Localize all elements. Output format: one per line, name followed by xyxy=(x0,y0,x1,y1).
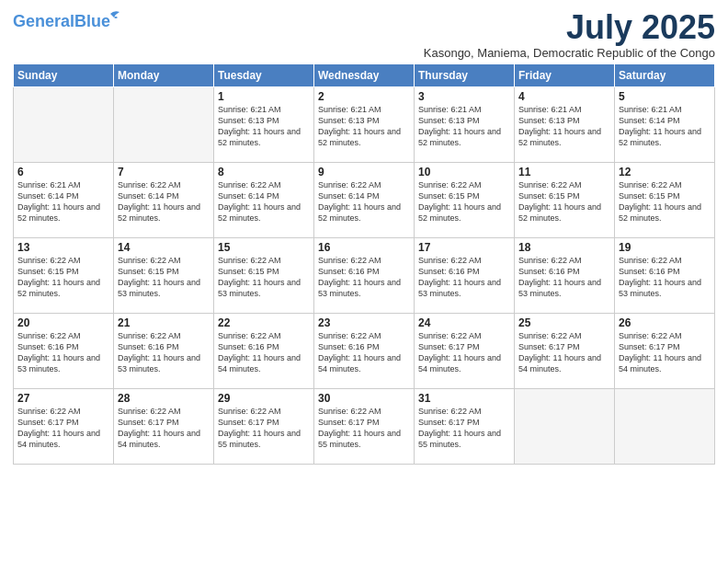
calendar-day-header: Sunday xyxy=(14,63,114,86)
day-info: Sunrise: 6:22 AM Sunset: 6:15 PM Dayligh… xyxy=(619,179,711,224)
calendar-day-cell xyxy=(14,86,114,162)
calendar-day-cell xyxy=(114,86,214,162)
day-info: Sunrise: 6:22 AM Sunset: 6:17 PM Dayligh… xyxy=(619,330,711,375)
day-info: Sunrise: 6:22 AM Sunset: 6:17 PM Dayligh… xyxy=(17,406,109,451)
day-number: 18 xyxy=(518,241,610,254)
location-subtitle: Kasongo, Maniema, Democratic Republic of… xyxy=(424,46,715,60)
day-number: 5 xyxy=(619,90,711,103)
calendar-day-cell: 3Sunrise: 6:21 AM Sunset: 6:13 PM Daylig… xyxy=(415,86,515,162)
logo: GeneralBlue xyxy=(13,13,121,29)
calendar-day-cell: 9Sunrise: 6:22 AM Sunset: 6:14 PM Daylig… xyxy=(314,162,415,237)
day-number: 26 xyxy=(619,316,711,329)
calendar-day-cell: 4Sunrise: 6:21 AM Sunset: 6:13 PM Daylig… xyxy=(515,86,615,162)
calendar-day-cell: 6Sunrise: 6:21 AM Sunset: 6:14 PM Daylig… xyxy=(14,162,114,237)
calendar-week-row: 6Sunrise: 6:21 AM Sunset: 6:14 PM Daylig… xyxy=(14,162,715,237)
day-number: 24 xyxy=(418,316,510,329)
day-info: Sunrise: 6:22 AM Sunset: 6:16 PM Dayligh… xyxy=(418,255,510,300)
calendar-day-header: Saturday xyxy=(615,63,715,86)
day-info: Sunrise: 6:22 AM Sunset: 6:17 PM Dayligh… xyxy=(418,330,510,375)
day-info: Sunrise: 6:22 AM Sunset: 6:16 PM Dayligh… xyxy=(17,330,109,375)
day-info: Sunrise: 6:22 AM Sunset: 6:17 PM Dayligh… xyxy=(318,406,410,451)
calendar-day-cell: 31Sunrise: 6:22 AM Sunset: 6:17 PM Dayli… xyxy=(415,388,515,464)
calendar-header-row: SundayMondayTuesdayWednesdayThursdayFrid… xyxy=(14,63,715,86)
day-number: 28 xyxy=(118,392,210,405)
day-number: 29 xyxy=(218,392,310,405)
title-block: July 2025 Kasongo, Maniema, Democratic R… xyxy=(424,9,715,60)
calendar-day-cell xyxy=(615,388,715,464)
calendar-day-cell: 29Sunrise: 6:22 AM Sunset: 6:17 PM Dayli… xyxy=(214,388,314,464)
day-number: 2 xyxy=(318,90,410,103)
calendar-day-cell: 21Sunrise: 6:22 AM Sunset: 6:16 PM Dayli… xyxy=(114,313,214,388)
day-info: Sunrise: 6:22 AM Sunset: 6:15 PM Dayligh… xyxy=(118,255,210,300)
day-number: 31 xyxy=(418,392,510,405)
calendar-day-cell: 17Sunrise: 6:22 AM Sunset: 6:16 PM Dayli… xyxy=(415,237,515,313)
calendar-day-cell: 28Sunrise: 6:22 AM Sunset: 6:17 PM Dayli… xyxy=(114,388,214,464)
calendar-day-cell: 13Sunrise: 6:22 AM Sunset: 6:15 PM Dayli… xyxy=(14,237,114,313)
logo-bird-icon xyxy=(101,10,121,25)
day-info: Sunrise: 6:22 AM Sunset: 6:16 PM Dayligh… xyxy=(619,255,711,300)
day-info: Sunrise: 6:22 AM Sunset: 6:17 PM Dayligh… xyxy=(118,406,210,451)
calendar-day-cell: 23Sunrise: 6:22 AM Sunset: 6:16 PM Dayli… xyxy=(314,313,415,388)
calendar-day-cell: 2Sunrise: 6:21 AM Sunset: 6:13 PM Daylig… xyxy=(314,86,415,162)
calendar-week-row: 13Sunrise: 6:22 AM Sunset: 6:15 PM Dayli… xyxy=(14,237,715,313)
day-number: 14 xyxy=(118,241,210,254)
calendar-day-cell: 1Sunrise: 6:21 AM Sunset: 6:13 PM Daylig… xyxy=(214,86,314,162)
calendar-day-header: Tuesday xyxy=(214,63,314,86)
day-info: Sunrise: 6:21 AM Sunset: 6:13 PM Dayligh… xyxy=(518,104,610,149)
day-number: 11 xyxy=(518,166,610,178)
day-info: Sunrise: 6:22 AM Sunset: 6:14 PM Dayligh… xyxy=(118,179,210,224)
day-info: Sunrise: 6:22 AM Sunset: 6:15 PM Dayligh… xyxy=(418,179,510,224)
calendar-day-cell: 14Sunrise: 6:22 AM Sunset: 6:15 PM Dayli… xyxy=(114,237,214,313)
day-info: Sunrise: 6:22 AM Sunset: 6:17 PM Dayligh… xyxy=(218,406,310,451)
day-number: 20 xyxy=(17,316,109,329)
logo-text: GeneralBlue xyxy=(13,13,110,29)
day-info: Sunrise: 6:22 AM Sunset: 6:17 PM Dayligh… xyxy=(418,406,510,451)
calendar-week-row: 20Sunrise: 6:22 AM Sunset: 6:16 PM Dayli… xyxy=(14,313,715,388)
day-info: Sunrise: 6:22 AM Sunset: 6:15 PM Dayligh… xyxy=(518,179,610,224)
calendar-day-cell: 11Sunrise: 6:22 AM Sunset: 6:15 PM Dayli… xyxy=(515,162,615,237)
day-number: 1 xyxy=(218,90,310,103)
calendar-week-row: 27Sunrise: 6:22 AM Sunset: 6:17 PM Dayli… xyxy=(14,388,715,464)
day-info: Sunrise: 6:22 AM Sunset: 6:16 PM Dayligh… xyxy=(318,255,410,300)
day-number: 3 xyxy=(418,90,510,103)
day-number: 4 xyxy=(518,90,610,103)
calendar-day-cell: 12Sunrise: 6:22 AM Sunset: 6:15 PM Dayli… xyxy=(615,162,715,237)
day-info: Sunrise: 6:21 AM Sunset: 6:13 PM Dayligh… xyxy=(418,104,510,149)
calendar-day-header: Wednesday xyxy=(314,63,415,86)
calendar-day-cell: 24Sunrise: 6:22 AM Sunset: 6:17 PM Dayli… xyxy=(415,313,515,388)
day-number: 19 xyxy=(619,241,711,254)
calendar-day-cell: 16Sunrise: 6:22 AM Sunset: 6:16 PM Dayli… xyxy=(314,237,415,313)
calendar-day-cell: 15Sunrise: 6:22 AM Sunset: 6:15 PM Dayli… xyxy=(214,237,314,313)
day-number: 12 xyxy=(619,166,711,178)
day-number: 10 xyxy=(418,166,510,178)
calendar-day-header: Monday xyxy=(114,63,214,86)
day-number: 6 xyxy=(17,166,109,178)
day-number: 25 xyxy=(518,316,610,329)
day-number: 15 xyxy=(218,241,310,254)
day-number: 13 xyxy=(17,241,109,254)
day-info: Sunrise: 6:22 AM Sunset: 6:15 PM Dayligh… xyxy=(17,255,109,300)
calendar-day-cell: 20Sunrise: 6:22 AM Sunset: 6:16 PM Dayli… xyxy=(14,313,114,388)
day-info: Sunrise: 6:22 AM Sunset: 6:14 PM Dayligh… xyxy=(318,179,410,224)
day-info: Sunrise: 6:22 AM Sunset: 6:14 PM Dayligh… xyxy=(218,179,310,224)
calendar-week-row: 1Sunrise: 6:21 AM Sunset: 6:13 PM Daylig… xyxy=(14,86,715,162)
day-number: 21 xyxy=(118,316,210,329)
page-header: GeneralBlue July 2025 Kasongo, Maniema, … xyxy=(13,9,715,60)
calendar-day-cell: 26Sunrise: 6:22 AM Sunset: 6:17 PM Dayli… xyxy=(615,313,715,388)
day-info: Sunrise: 6:21 AM Sunset: 6:13 PM Dayligh… xyxy=(218,104,310,149)
day-number: 7 xyxy=(118,166,210,178)
calendar-day-cell: 22Sunrise: 6:22 AM Sunset: 6:16 PM Dayli… xyxy=(214,313,314,388)
day-info: Sunrise: 6:21 AM Sunset: 6:14 PM Dayligh… xyxy=(17,179,109,224)
calendar-day-cell: 30Sunrise: 6:22 AM Sunset: 6:17 PM Dayli… xyxy=(314,388,415,464)
calendar-day-cell: 7Sunrise: 6:22 AM Sunset: 6:14 PM Daylig… xyxy=(114,162,214,237)
calendar-day-cell: 18Sunrise: 6:22 AM Sunset: 6:16 PM Dayli… xyxy=(515,237,615,313)
day-number: 17 xyxy=(418,241,510,254)
day-info: Sunrise: 6:21 AM Sunset: 6:14 PM Dayligh… xyxy=(619,104,711,149)
calendar-table: SundayMondayTuesdayWednesdayThursdayFrid… xyxy=(13,63,715,465)
calendar-day-cell: 19Sunrise: 6:22 AM Sunset: 6:16 PM Dayli… xyxy=(615,237,715,313)
day-number: 8 xyxy=(218,166,310,178)
calendar-day-cell: 5Sunrise: 6:21 AM Sunset: 6:14 PM Daylig… xyxy=(615,86,715,162)
day-info: Sunrise: 6:21 AM Sunset: 6:13 PM Dayligh… xyxy=(318,104,410,149)
day-info: Sunrise: 6:22 AM Sunset: 6:16 PM Dayligh… xyxy=(518,255,610,300)
calendar-day-cell: 27Sunrise: 6:22 AM Sunset: 6:17 PM Dayli… xyxy=(14,388,114,464)
